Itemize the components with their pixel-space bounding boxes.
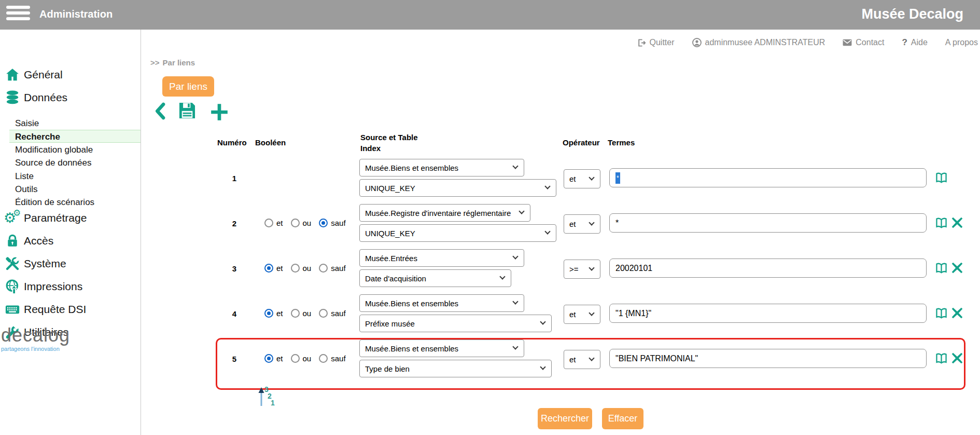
index-select[interactable]: Type de bien [359, 360, 552, 377]
delete-row-icon[interactable] [950, 306, 964, 320]
criteria-row: 4 et ou sauf Musée.Biens et ensembles Pr… [216, 292, 962, 337]
sidebar-item-outils[interactable]: Outils [0, 183, 141, 196]
operator-select[interactable]: >= [564, 260, 600, 279]
lexicon-book-icon[interactable] [935, 262, 948, 275]
sidebar-item-general[interactable]: Général [0, 64, 141, 87]
source-table-select[interactable]: Musée.Entrées [359, 249, 524, 267]
column-header-source-index: Source et Table Index [360, 132, 418, 154]
boolean-radio-et[interactable]: et [264, 354, 283, 363]
boolean-radio-sauf[interactable]: sauf [319, 354, 345, 363]
chevron-down-icon [499, 274, 505, 279]
terms-input[interactable]: "1 {MN1}" [609, 304, 927, 323]
source-table-select[interactable]: Musée.Biens et ensembles [359, 339, 524, 357]
operator-select[interactable]: et [564, 350, 600, 369]
operator-select[interactable]: et [564, 169, 600, 188]
breadcrumb-prefix: >> [150, 58, 160, 67]
terms-input[interactable]: "BIEN PATRIMONIAL" [609, 349, 927, 368]
rechercher-button[interactable]: Rechercher [538, 408, 592, 429]
boolean-radio-ou[interactable]: ou [291, 309, 312, 318]
boolean-radio-et[interactable]: et [264, 309, 283, 318]
sidebar-item-liste[interactable]: Liste [0, 170, 141, 183]
delete-row-icon[interactable] [950, 261, 964, 275]
sidebar-item-saisie[interactable]: Saisie [0, 117, 141, 130]
sidebar-item-acces[interactable]: Accès [0, 230, 141, 253]
lexicon-book-icon[interactable] [935, 216, 948, 229]
terms-input[interactable]: * [609, 168, 927, 187]
sidebar-item-systeme[interactable]: Système [0, 253, 141, 276]
hamburger-menu-icon[interactable] [6, 6, 30, 23]
index-select[interactable]: UNIQUE_KEY [359, 224, 556, 242]
column-header-termes: Termes [608, 138, 635, 147]
lexicon-book-icon[interactable] [935, 352, 948, 365]
source-table-select[interactable]: Musée.Biens et ensembles [359, 294, 524, 312]
criteria-row: 1 et ou sauf Musée.Biens et ensembles UN… [216, 157, 962, 202]
lexicon-book-icon[interactable] [935, 307, 948, 320]
boolean-radio-et[interactable]: et [264, 219, 283, 227]
back-icon[interactable] [153, 102, 166, 120]
row-number: 1 [228, 174, 241, 183]
radio-control[interactable] [291, 309, 300, 318]
index-select[interactable]: Date d'acquisition [359, 269, 511, 287]
boolean-radio-ou[interactable]: ou [291, 354, 312, 363]
envelope-icon [843, 39, 852, 46]
operator-select[interactable]: et [564, 305, 600, 324]
radio-control[interactable] [319, 264, 328, 273]
radio-control[interactable] [264, 219, 273, 227]
effacer-button[interactable]: Effacer [602, 408, 643, 429]
boolean-radio-group: et ou sauf [264, 219, 346, 227]
save-icon[interactable] [177, 101, 197, 120]
sidebar-item-requete-dsi[interactable]: Requête DSI [0, 298, 141, 321]
lexicon-book-icon[interactable] [935, 171, 948, 184]
breadcrumb-current[interactable]: Par liens [163, 58, 195, 67]
radio-control[interactable] [319, 354, 328, 363]
operator-select[interactable]: et [564, 214, 600, 234]
top-bar: Administration Musée Decalog [0, 0, 980, 30]
boolean-radio-ou[interactable]: ou [291, 219, 312, 227]
criteria-row: 2 et ou sauf Musée.Registre d'inventaire… [216, 202, 962, 247]
chevron-down-icon [512, 344, 518, 349]
terms-input[interactable]: * [609, 213, 927, 233]
quitter-link[interactable]: Quitter [637, 38, 675, 47]
aide-link[interactable]: ? Aide [902, 37, 927, 48]
radio-control[interactable] [291, 219, 300, 227]
sidebar-item-source-de-donnees[interactable]: Source de données [0, 156, 141, 169]
delete-row-icon[interactable] [950, 216, 964, 229]
sidebar-item-parametrage[interactable]: ⚙⚙ Paramétrage [0, 207, 141, 230]
boolean-radio-et[interactable]: et [264, 264, 283, 273]
row-number: 3 [228, 264, 241, 273]
question-mark-icon: ? [902, 37, 907, 48]
chevron-down-icon [589, 310, 594, 316]
apropos-link[interactable]: A propos [945, 38, 978, 47]
radio-control[interactable] [264, 309, 273, 318]
tab-par-liens[interactable]: Par liens [162, 76, 214, 97]
sidebar-item-impressions[interactable]: Impressions [0, 276, 141, 298]
boolean-radio-sauf[interactable]: sauf [319, 309, 345, 318]
sidebar-item-donnees[interactable]: Données [0, 87, 141, 110]
user-account[interactable]: adminmusee ADMINSTRATEUR [692, 38, 825, 47]
sidebar-item-recherche[interactable]: Recherche [9, 130, 141, 143]
sort-order-icon[interactable]: 3 2 1 [256, 383, 283, 410]
boolean-radio-sauf[interactable]: sauf [319, 264, 345, 273]
radio-control[interactable] [291, 264, 300, 273]
radio-control[interactable] [319, 309, 328, 318]
gears-icon: ⚙⚙ [5, 210, 21, 227]
terms-input[interactable]: 20020101 [609, 259, 927, 278]
radio-control[interactable] [319, 219, 328, 227]
row-number: 2 [228, 219, 241, 228]
boolean-radio-sauf[interactable]: sauf [319, 219, 345, 227]
index-select[interactable]: UNIQUE_KEY [359, 179, 556, 197]
home-icon [5, 67, 21, 84]
radio-control[interactable] [264, 354, 273, 363]
contact-link[interactable]: Contact [843, 38, 884, 47]
sidebar-item-modification-globale[interactable]: Modification globale [0, 143, 141, 156]
boolean-radio-ou[interactable]: ou [291, 264, 312, 273]
add-row-icon[interactable] [209, 102, 230, 123]
radio-control[interactable] [291, 354, 300, 363]
radio-control[interactable] [264, 264, 273, 273]
source-table-select[interactable]: Musée.Biens et ensembles [359, 159, 524, 176]
delete-row-icon[interactable] [950, 351, 964, 365]
row-number: 4 [228, 309, 241, 318]
index-select[interactable]: Préfixe musée [359, 315, 552, 332]
source-table-select[interactable]: Musée.Registre d'inventaire réglementair… [359, 204, 530, 222]
breadcrumb: >>Par liens [150, 58, 195, 67]
